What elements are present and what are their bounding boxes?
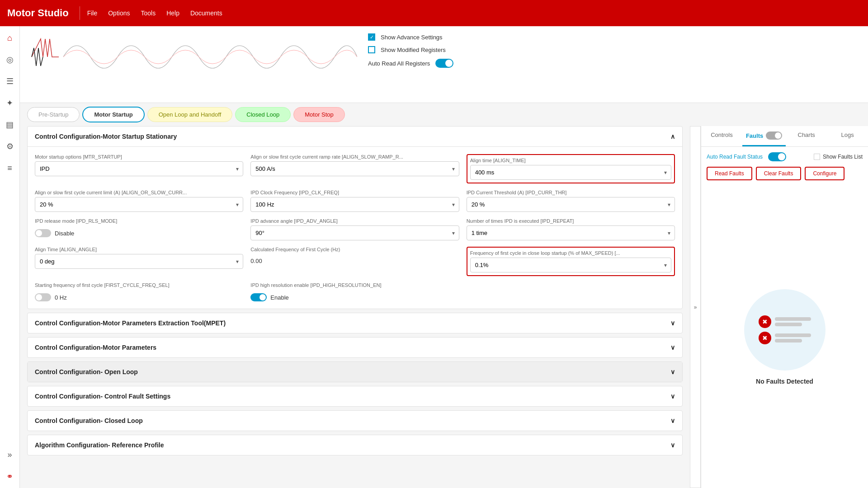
ipd-high-res-toggle[interactable] xyxy=(250,293,267,301)
align-angle-select-wrapper: 0 deg 45 deg 90 deg xyxy=(35,254,243,269)
ipd-adv-select[interactable]: 90° 45° 135° xyxy=(250,225,459,240)
section-fault-settings-header[interactable]: Control Configuration- Control Fault Set… xyxy=(28,386,682,406)
section-open-loop: Control Configuration- Open Loop ∨ xyxy=(27,361,683,382)
section-ref-profile-title: Algorithm Configuration- Reference Profi… xyxy=(35,441,164,449)
align-current-select-wrapper: 20 % 10 % 30 % xyxy=(35,197,243,212)
show-faults-checkbox[interactable] xyxy=(814,154,820,160)
field-align-ramp: Align or slow first cycle current ramp r… xyxy=(250,154,459,183)
ipd-rls-toggle[interactable] xyxy=(35,229,51,237)
sidebar-icon-chart[interactable]: ▤ xyxy=(4,118,16,131)
sidebar-icon-globe[interactable]: ◎ xyxy=(4,53,16,66)
show-advance-checkbox[interactable]: ✓ xyxy=(368,33,375,41)
section-motor-params-header[interactable]: Control Configuration-Motor Parameters ∨ xyxy=(28,338,682,357)
section-motor-params-title: Control Configuration-Motor Parameters xyxy=(35,344,156,351)
align-time-select-wrapper: 400 ms 200 ms 800 ms xyxy=(470,165,671,180)
field-ipd-high-res: IPD high resolution enable [IPD_HIGH_RES… xyxy=(250,282,459,301)
field-ipd-adv: IPD advance angle [IPD_ADV_ANGLE] 90° 45… xyxy=(250,218,459,240)
collapse-button[interactable]: » xyxy=(690,126,701,488)
nav-tools[interactable]: Tools xyxy=(141,9,156,17)
section-startup-stationary-header[interactable]: Control Configuration-Motor Startup Stat… xyxy=(28,127,682,146)
show-modified-checkbox[interactable] xyxy=(368,46,375,53)
starting-freq-toggle[interactable] xyxy=(35,293,51,301)
settings-row-advance: ✓ Show Advance Settings xyxy=(368,33,850,41)
no-faults-lines-1 xyxy=(775,317,811,326)
configure-button[interactable]: Configure xyxy=(805,167,844,180)
calc-freq-value: 0.00 xyxy=(250,254,459,268)
auto-read-fault-label: Auto Read Fault Status xyxy=(707,154,763,160)
auto-read-fault-knob xyxy=(778,153,785,160)
freq-first-cycle-select[interactable]: 0.1% 0.5% 1.0% xyxy=(470,258,671,272)
section-fault-settings-chevron: ∨ xyxy=(670,393,675,400)
nav-options[interactable]: Options xyxy=(108,9,130,17)
motor-startup-select[interactable]: IPD Align Slow First Cycle xyxy=(35,161,243,176)
right-tab-controls[interactable]: Controls xyxy=(701,126,742,146)
read-faults-button[interactable]: Read Faults xyxy=(707,167,752,180)
align-ramp-select[interactable]: 500 A/s 250 A/s 1000 A/s xyxy=(250,161,459,176)
align-angle-select[interactable]: 0 deg 45 deg 90 deg xyxy=(35,254,243,269)
field-starting-freq: Starting frequency of first cycle [FIRST… xyxy=(35,282,243,301)
section-ref-profile: Algorithm Configuration- Reference Profi… xyxy=(27,435,683,455)
ipd-repeat-select[interactable]: 1 time 2 times 3 times xyxy=(467,225,675,240)
section-mpet-header[interactable]: Control Configuration-Motor Parameters E… xyxy=(28,313,682,333)
align-ramp-select-wrapper: 500 A/s 250 A/s 1000 A/s xyxy=(250,161,459,176)
main-nav: File Options Tools Help Documents xyxy=(87,9,222,17)
settings-row-autoread: Auto Read All Registers xyxy=(368,59,850,68)
section-closed-loop-chevron: ∨ xyxy=(670,417,675,424)
ipd-high-res-value: Enable xyxy=(270,294,288,301)
calc-freq-label: Calculated Frequency of First Cycle (Hz) xyxy=(250,247,459,252)
section-startup-stationary: Control Configuration-Motor Startup Stat… xyxy=(27,126,683,309)
clear-faults-button[interactable]: Clear Faults xyxy=(756,167,802,180)
sidebar-icon-gear[interactable]: ⚙ xyxy=(4,140,16,153)
nav-file[interactable]: File xyxy=(87,9,98,17)
ipd-adv-select-wrapper: 90° 45° 135° xyxy=(250,225,459,240)
align-time-select[interactable]: 400 ms 200 ms 800 ms xyxy=(470,165,671,180)
nav-documents[interactable]: Documents xyxy=(190,9,222,17)
nav-help[interactable]: Help xyxy=(166,9,179,17)
form-row-3: IPD release mode [IPD_RLS_MODE] Disable … xyxy=(35,218,675,240)
tab-closedloop[interactable]: Closed Loop xyxy=(235,107,291,122)
section-closed-loop-header[interactable]: Control Configuration- Closed Loop ∨ xyxy=(28,411,682,431)
sidebar-icon-list[interactable]: ≡ xyxy=(4,162,16,174)
settings-area: ✓ Show Advance Settings Show Modified Re… xyxy=(357,30,861,71)
align-current-select[interactable]: 20 % 10 % 30 % xyxy=(35,197,243,212)
no-faults-text: No Faults Detected xyxy=(756,378,813,385)
show-advance-label[interactable]: Show Advance Settings xyxy=(381,34,443,41)
section-ref-profile-header[interactable]: Algorithm Configuration- Reference Profi… xyxy=(28,435,682,455)
no-faults-area: ✖ ✖ xyxy=(701,186,868,488)
align-angle-label: Align Time [ALIGN_ANGLE] xyxy=(35,247,243,252)
ipd-adv-label: IPD advance angle [IPD_ADV_ANGLE] xyxy=(250,218,459,224)
right-tab-charts[interactable]: Charts xyxy=(786,126,827,146)
ipd-high-res-toggle-knob xyxy=(259,294,266,300)
section-open-loop-header[interactable]: Control Configuration- Open Loop ∨ xyxy=(28,362,682,382)
field-calc-freq: Calculated Frequency of First Cycle (Hz)… xyxy=(250,247,459,276)
tab-openloop[interactable]: Open Loop and Handoff xyxy=(147,107,233,122)
section-fault-settings-title: Control Configuration- Control Fault Set… xyxy=(35,393,170,400)
auto-read-fault-toggle[interactable] xyxy=(768,152,786,161)
section-closed-loop: Control Configuration- Closed Loop ∨ xyxy=(27,410,683,431)
show-faults-list-label[interactable]: Show Faults List xyxy=(814,154,863,160)
section-open-loop-chevron: ∨ xyxy=(670,368,675,375)
sidebar-icon-link[interactable]: ⚭ xyxy=(4,470,16,483)
form-row-5: Starting frequency of first cycle [FIRST… xyxy=(35,282,675,301)
auto-read-toggle[interactable] xyxy=(435,59,453,68)
sidebar-icon-settings[interactable]: ✦ xyxy=(4,97,16,109)
sidebar-icon-sliders[interactable]: ☰ xyxy=(4,75,16,88)
faults-toggle[interactable] xyxy=(766,131,782,140)
panel-area: Control Configuration-Motor Startup Stat… xyxy=(20,126,690,488)
tab-motorstartup[interactable]: Motor Startup xyxy=(82,107,144,122)
sidebar-icon-home[interactable]: ⌂ xyxy=(4,32,16,44)
ipd-curr-thr-select[interactable]: 20 % 10 % 30 % xyxy=(467,197,675,212)
right-tab-logs[interactable]: Logs xyxy=(827,126,868,146)
app-header: Motor Studio File Options Tools Help Doc… xyxy=(0,0,868,26)
show-modified-label[interactable]: Show Modified Registers xyxy=(381,47,446,53)
tab-prestartup[interactable]: Pre-Startup xyxy=(27,107,80,122)
right-panel-tabs: Controls Faults Charts Logs xyxy=(701,126,868,147)
right-tab-faults[interactable]: Faults xyxy=(742,126,786,146)
ipd-clk-select[interactable]: 100 Hz 50 Hz 200 Hz xyxy=(250,197,459,212)
ipd-clk-select-wrapper: 100 Hz 50 Hz 200 Hz xyxy=(250,197,459,212)
sidebar-icon-expand[interactable]: » xyxy=(4,448,16,461)
section-mpet-title: Control Configuration-Motor Parameters E… xyxy=(35,319,226,327)
right-panel: Controls Faults Charts Logs Auto Read Fa… xyxy=(701,126,868,488)
starting-freq-toggle-field: 0 Hz xyxy=(35,290,243,301)
tab-motorstop[interactable]: Motor Stop xyxy=(293,107,345,122)
